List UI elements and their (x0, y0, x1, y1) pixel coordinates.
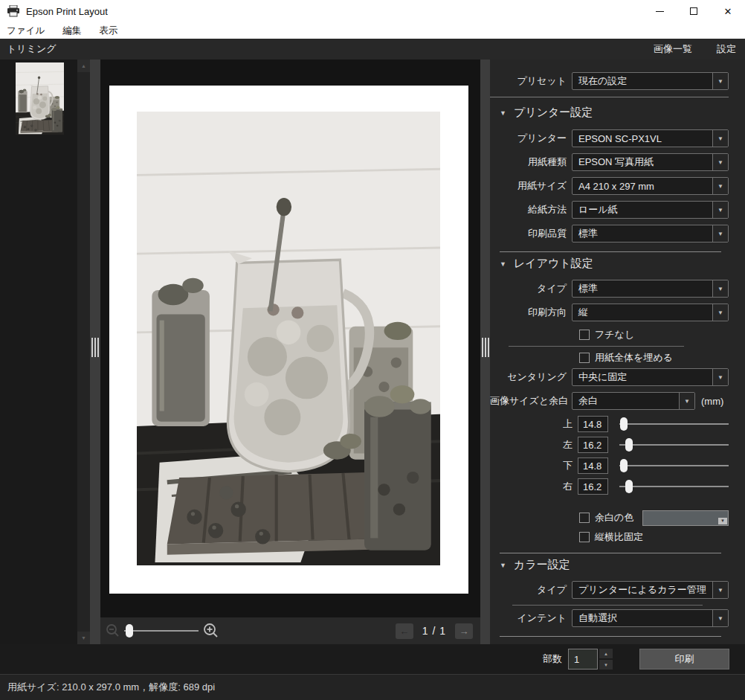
margin-left-slider[interactable] (619, 438, 729, 452)
slider-handle[interactable] (625, 480, 633, 493)
printer-section-header[interactable]: ▼ プリンター設定 (490, 106, 729, 120)
status-text: 用紙サイズ: 210.0 x 297.0 mm，解像度: 689 dpi (7, 681, 215, 694)
collapse-triangle-icon: ▼ (500, 109, 506, 117)
splitter-grip-icon (482, 338, 489, 357)
chevron-down-icon: ▼ (679, 393, 694, 409)
divider (512, 605, 703, 606)
borderless-checkbox[interactable] (579, 330, 590, 340)
app-toolbar: トリミング 画像一覧 設定 (0, 39, 745, 60)
status-bar: 用紙サイズ: 210.0 x 297.0 mm，解像度: 689 dpi (0, 674, 745, 700)
chevron-down-icon: ▼ (712, 154, 728, 170)
fill-paper-checkbox[interactable] (579, 353, 590, 363)
fixed-aspect-checkbox[interactable] (579, 532, 590, 542)
margin-left-input[interactable] (578, 437, 608, 453)
paper-size-dropdown[interactable]: A4 210 x 297 mm ▼ (572, 177, 729, 195)
chevron-down-icon: ▼ (712, 73, 728, 89)
maximize-button[interactable] (677, 0, 711, 22)
borderless-row: フチなし (490, 329, 729, 341)
print-quality-dropdown[interactable]: 標準 ▼ (572, 225, 729, 243)
copies-stepper: ▲ ▼ (599, 649, 613, 670)
preset-label: プリセット (490, 74, 567, 88)
slider-handle[interactable] (620, 459, 628, 472)
margin-top-input[interactable] (578, 416, 608, 432)
color-type-dropdown[interactable]: プリンターによるカラー管理 ▼ (572, 581, 729, 599)
chevron-down-icon: ▼ (712, 582, 728, 598)
menu-edit[interactable]: 編集 (62, 25, 81, 37)
layout-type-row: タイプ 標準 ▼ (490, 280, 729, 298)
zoom-slider-handle[interactable] (126, 624, 133, 638)
arrow-down-icon: ▼ (81, 635, 86, 640)
printer-row: プリンター EPSON SC-PX1VL ▼ (490, 129, 729, 147)
paper-source-row: 給紙方法 ロール紙 ▼ (490, 201, 729, 219)
orientation-row: 印刷方向 縦 ▼ (490, 304, 729, 321)
chevron-down-icon: ▼ (712, 369, 728, 385)
chevron-down-icon: ▼ (712, 610, 728, 626)
layout-type-dropdown[interactable]: 標準 ▼ (572, 280, 729, 298)
divider (490, 97, 729, 97)
stepper-down-button[interactable]: ▼ (599, 660, 613, 670)
divider (500, 553, 721, 553)
close-button[interactable]: ✕ (711, 0, 745, 22)
left-splitter[interactable] (90, 60, 100, 644)
zoom-slider-track[interactable] (124, 630, 199, 632)
arrow-left-icon: ← (399, 626, 409, 637)
chevron-down-icon: ▼ (712, 304, 728, 321)
minimize-button[interactable] (642, 0, 677, 22)
right-splitter[interactable] (480, 60, 490, 644)
margin-color-checkbox[interactable] (579, 513, 590, 523)
window-title: Epson Print Layout (26, 6, 108, 17)
print-preview-photo[interactable] (137, 112, 440, 565)
copies-input[interactable] (568, 649, 598, 670)
scroll-up-button[interactable]: ▲ (77, 60, 90, 72)
paper-preview (109, 86, 468, 594)
settings-button[interactable]: 設定 (717, 42, 736, 56)
slider-handle[interactable] (620, 417, 628, 431)
chevron-down-icon: ▼ (712, 280, 728, 297)
menu-view[interactable]: 表示 (99, 25, 117, 37)
image-thumbnail[interactable] (16, 62, 64, 135)
workspace: ▲ ▼ ← 1 (0, 60, 745, 644)
previous-page-button[interactable]: ← (396, 623, 413, 639)
zoom-slider[interactable] (124, 624, 199, 638)
chevron-down-icon: ▼ (712, 225, 728, 242)
color-type-row: タイプ プリンターによるカラー管理 ▼ (490, 581, 729, 599)
collapse-triangle-icon: ▼ (500, 260, 506, 268)
menu-file[interactable]: ファイル (7, 25, 45, 37)
collapse-triangle-icon: ▼ (500, 562, 506, 569)
divider (500, 636, 721, 637)
margin-right-input[interactable] (578, 478, 608, 495)
canvas-toolbar: ← 1 / 1 → (100, 617, 480, 644)
menu-bar: ファイル 編集 表示 (0, 22, 745, 39)
minimize-icon (656, 11, 664, 12)
intent-dropdown[interactable]: 自動選択 ▼ (572, 609, 729, 627)
page-indicator: 1 / 1 (422, 625, 446, 637)
margin-top-slider[interactable] (619, 417, 729, 431)
media-type-row: 用紙種類 EPSON 写真用紙 ▼ (490, 153, 729, 171)
media-type-dropdown[interactable]: EPSON 写真用紙 ▼ (572, 153, 729, 171)
color-section-header[interactable]: ▼ カラー設定 (490, 558, 729, 572)
orientation-dropdown[interactable]: 縦 ▼ (572, 304, 729, 321)
thumbnail-sidebar (0, 60, 77, 644)
margin-bottom-slider[interactable] (619, 459, 729, 472)
print-button[interactable]: 印刷 (639, 649, 729, 670)
printer-app-icon (7, 5, 20, 17)
next-page-button[interactable]: → (455, 623, 473, 639)
preset-dropdown[interactable]: 現在の設定 ▼ (572, 72, 729, 90)
stepper-up-button[interactable]: ▲ (599, 649, 613, 658)
scroll-down-button[interactable]: ▼ (77, 632, 90, 644)
zoom-out-icon[interactable] (106, 623, 120, 638)
crop-button[interactable]: トリミング (0, 42, 57, 56)
centering-dropdown[interactable]: 中央に固定 ▼ (572, 368, 729, 386)
printer-dropdown[interactable]: EPSON SC-PX1VL ▼ (572, 129, 729, 147)
margin-color-swatch[interactable]: ▼ (642, 510, 729, 526)
margin-bottom-input[interactable] (578, 457, 608, 474)
margin-right-slider[interactable] (619, 480, 729, 493)
arrow-up-icon: ▲ (81, 63, 86, 68)
layout-section-header[interactable]: ▼ レイアウト設定 (490, 257, 729, 271)
slider-handle[interactable] (625, 438, 633, 452)
paper-source-dropdown[interactable]: ロール紙 ▼ (572, 201, 729, 219)
zoom-in-icon[interactable] (203, 623, 219, 639)
image-list-button[interactable]: 画像一覧 (654, 42, 692, 56)
size-margin-dropdown[interactable]: 余白 ▼ (572, 392, 695, 410)
sidebar-scrollbar[interactable]: ▲ ▼ (77, 60, 90, 644)
